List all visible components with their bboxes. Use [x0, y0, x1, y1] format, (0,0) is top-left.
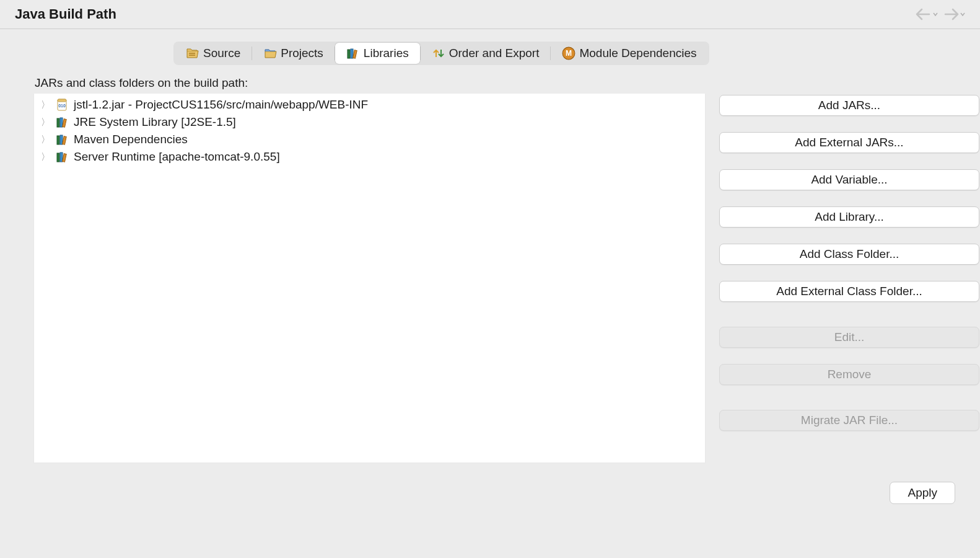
- svg-text:010: 010: [58, 104, 66, 108]
- order-export-icon: [432, 46, 445, 60]
- add-class-folder-button[interactable]: Add Class Folder...: [719, 244, 979, 265]
- tree-item-jar[interactable]: 〉 010 jstl-1.2.jar - ProjectCUS1156/src/…: [34, 96, 705, 113]
- svg-rect-1: [351, 49, 353, 58]
- tree-item-label: jstl-1.2.jar - ProjectCUS1156/src/main/w…: [74, 98, 368, 112]
- dropdown-caret-icon: [960, 11, 965, 17]
- svg-rect-16: [63, 154, 67, 162]
- tree-item-library[interactable]: 〉 JRE System Library [J2SE-1.5]: [34, 113, 705, 131]
- nav-back-button[interactable]: [916, 7, 938, 21]
- page-title: Java Build Path: [15, 6, 116, 22]
- tab-label: Order and Export: [449, 46, 540, 60]
- projects-folder-icon: [263, 46, 277, 60]
- action-buttons-panel: Add JARs... Add External JARs... Add Var…: [719, 94, 979, 463]
- tree-item-library[interactable]: 〉 Server Runtime [apache-tomcat-9.0.55]: [34, 148, 705, 166]
- chevron-right-icon[interactable]: 〉: [40, 99, 50, 111]
- tree-item-label: Maven Dependencies: [74, 133, 188, 146]
- footer-bar: Apply: [25, 463, 980, 504]
- svg-rect-15: [60, 153, 63, 162]
- arrow-left-icon: [916, 7, 932, 21]
- tab-module-dependencies[interactable]: M Module Dependencies: [551, 43, 707, 64]
- svg-rect-14: [57, 153, 59, 162]
- tab-label: Module Dependencies: [579, 46, 696, 60]
- svg-rect-13: [63, 136, 67, 145]
- tab-label: Projects: [281, 46, 323, 60]
- libraries-icon: [346, 46, 360, 60]
- header-nav: [916, 7, 965, 21]
- edit-button: Edit...: [719, 327, 979, 348]
- library-icon: [55, 115, 69, 129]
- tab-bar: Source Projects Libraries Order: [173, 42, 709, 65]
- svg-rect-9: [60, 118, 63, 127]
- library-icon: [55, 150, 69, 164]
- jar-file-icon: 010: [55, 98, 69, 112]
- add-external-jars-button[interactable]: Add External JARs...: [719, 132, 979, 153]
- tab-projects[interactable]: Projects: [252, 43, 335, 64]
- chevron-right-icon[interactable]: 〉: [40, 134, 50, 146]
- chevron-right-icon[interactable]: 〉: [40, 151, 50, 163]
- library-icon: [55, 133, 69, 146]
- apply-button[interactable]: Apply: [890, 482, 955, 504]
- svg-rect-6: [58, 99, 66, 102]
- svg-rect-8: [57, 118, 59, 127]
- svg-rect-11: [57, 136, 59, 144]
- section-subtitle: JARs and class folders on the build path…: [35, 76, 980, 90]
- tab-label: Libraries: [364, 46, 409, 60]
- svg-rect-10: [63, 119, 67, 128]
- add-jars-button[interactable]: Add JARs...: [719, 95, 979, 116]
- content-area: Source Projects Libraries Order: [0, 29, 980, 504]
- svg-rect-12: [60, 135, 63, 144]
- nav-forward-button[interactable]: [943, 7, 965, 21]
- svg-rect-2: [352, 50, 357, 59]
- remove-button: Remove: [719, 364, 979, 385]
- add-variable-button[interactable]: Add Variable...: [719, 169, 979, 190]
- tree-item-label: Server Runtime [apache-tomcat-9.0.55]: [74, 150, 280, 164]
- source-folder-icon: [186, 46, 199, 60]
- main-row: 〉 010 jstl-1.2.jar - ProjectCUS1156/src/…: [25, 94, 980, 463]
- tab-order-export[interactable]: Order and Export: [421, 43, 551, 64]
- tab-source[interactable]: Source: [175, 43, 252, 64]
- dropdown-caret-icon: [933, 11, 938, 17]
- page-header: Java Build Path: [0, 0, 980, 29]
- migrate-jar-button: Migrate JAR File...: [719, 410, 979, 431]
- tab-label: Source: [203, 46, 240, 60]
- add-library-button[interactable]: Add Library...: [719, 206, 979, 228]
- libraries-tree[interactable]: 〉 010 jstl-1.2.jar - ProjectCUS1156/src/…: [33, 94, 706, 463]
- add-external-class-folder-button[interactable]: Add External Class Folder...: [719, 281, 979, 302]
- svg-rect-0: [348, 50, 350, 58]
- tree-item-label: JRE System Library [J2SE-1.5]: [74, 115, 236, 129]
- svg-text:M: M: [566, 49, 572, 58]
- arrow-right-icon: [943, 7, 959, 21]
- chevron-right-icon[interactable]: 〉: [40, 117, 50, 128]
- module-icon: M: [562, 46, 575, 60]
- tree-item-library[interactable]: 〉 Maven Dependencies: [34, 131, 705, 148]
- tab-libraries[interactable]: Libraries: [335, 43, 420, 64]
